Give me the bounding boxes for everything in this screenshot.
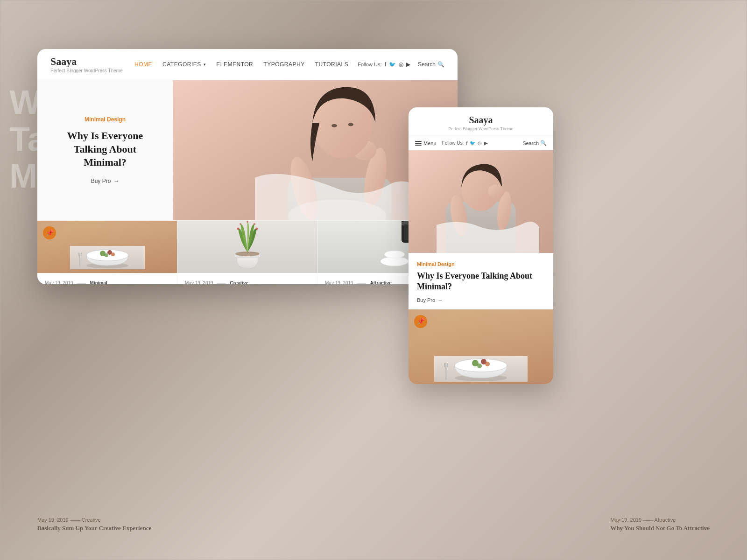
svg-point-23: [237, 228, 239, 230]
search-icon[interactable]: 🔍: [437, 61, 444, 68]
arrow-icon: →: [113, 178, 119, 184]
svg-point-26: [254, 223, 255, 225]
hamburger-icon[interactable]: [415, 141, 422, 146]
mobile-follow-label: Follow Us:: [442, 140, 464, 146]
nav-categories[interactable]: CATEGORIES: [162, 61, 206, 68]
mobile-mockup: Saaya Perfect Blogger WordPress Theme Me…: [409, 107, 553, 384]
mobile-youtube-icon[interactable]: ▶: [484, 140, 488, 146]
instagram-icon[interactable]: ◎: [399, 61, 403, 68]
nav-elementor[interactable]: ELEMENTOR: [216, 61, 253, 68]
mobile-menu-toggle[interactable]: Menu: [415, 140, 437, 146]
desktop-blog-grid: 📌: [37, 220, 458, 284]
mobile-twitter-icon[interactable]: 🐦: [470, 140, 475, 146]
mobile-brand-name: Saaya: [417, 115, 545, 126]
mobile-blog-image: 📌: [409, 309, 553, 384]
svg-point-15: [105, 253, 108, 257]
svg-point-25: [240, 223, 241, 225]
mobile-arrow-icon: →: [437, 297, 443, 303]
hero-buy-button[interactable]: Buy Pro →: [51, 178, 159, 184]
bowl-illustration: [70, 232, 145, 269]
desktop-brand-tagline: Perfect Blogger WordPress Theme: [50, 68, 123, 73]
follow-us-label: Follow Us:: [358, 62, 381, 67]
hero-text-panel: Minimal Design Why Is Everyone Talking A…: [37, 80, 173, 220]
nav-tutorials[interactable]: TUTORIALS: [315, 61, 349, 68]
bg-bottom-card-1: May 19, 2019 —— Creative Basically Sum U…: [37, 517, 151, 532]
blog-post-2: May 19, 2019 —— Creative Basically Sum U…: [177, 221, 317, 284]
mobile-buy-button[interactable]: Buy Pro →: [417, 297, 545, 303]
nav-typography[interactable]: TYPOGRAPHY: [263, 61, 304, 68]
hero-category-label: Minimal Design: [51, 116, 159, 123]
mobile-search-label: Search: [522, 140, 539, 146]
post-2-date: May 19, 2019: [185, 280, 213, 284]
twitter-icon[interactable]: 🐦: [389, 61, 396, 68]
mobile-buy-label: Buy Pro: [417, 297, 435, 303]
post-1-category: Minimal: [90, 280, 107, 284]
desktop-brand-name: Saaya: [50, 56, 123, 68]
search-label: Search: [418, 61, 436, 68]
post-3-category: Attractive: [370, 280, 392, 284]
nav-social: Follow Us: f 🐦 ◎ ▶: [358, 61, 410, 68]
svg-point-60: [485, 362, 490, 366]
blog-post-2-image: [177, 221, 317, 273]
youtube-icon[interactable]: ▶: [406, 61, 410, 68]
desktop-nav-links: HOME CATEGORIES ELEMENTOR TYPOGRAPHY TUT…: [134, 61, 348, 68]
blog-post-1-meta: May 19, 2019 —— Minimal: [37, 280, 177, 284]
mobile-nav-bar: Menu Follow Us: f 🐦 ◎ ▶ Search 🔍: [409, 136, 553, 150]
facebook-icon[interactable]: f: [385, 61, 386, 68]
desktop-navbar: Saaya Perfect Blogger WordPress Theme HO…: [37, 49, 458, 80]
nav-home[interactable]: HOME: [134, 61, 152, 68]
desktop-search[interactable]: Search 🔍: [418, 61, 444, 68]
svg-point-16: [111, 252, 115, 256]
mobile-hero-content: Minimal Design Why Is Everyone Talking A…: [409, 253, 553, 309]
svg-rect-36: [402, 222, 404, 225]
blog-post-2-meta: May 19, 2019 —— Creative: [177, 280, 317, 284]
mobile-social: Follow Us: f 🐦 ◎ ▶: [442, 140, 523, 146]
mobile-bowl-illustration: [434, 340, 528, 382]
pin-badge-1: 📌: [43, 226, 56, 239]
svg-point-24: [255, 228, 258, 230]
svg-point-7: [331, 124, 337, 127]
mobile-header: Saaya Perfect Blogger WordPress Theme: [409, 107, 553, 136]
desktop-hero: Minimal Design Why Is Everyone Talking A…: [37, 80, 458, 220]
buy-btn-label: Buy Pro: [91, 178, 111, 184]
mobile-hero-image: [409, 150, 553, 253]
mobile-hero-category: Minimal Design: [417, 261, 545, 267]
plant-illustration: [224, 221, 271, 271]
svg-point-42: [384, 251, 405, 258]
mobile-hero-title: Why Is Everyone Talking About Minimal?: [417, 271, 545, 293]
svg-point-53: [488, 184, 505, 198]
post-2-category: Creative: [230, 280, 248, 284]
mobile-search[interactable]: Search 🔍: [522, 140, 547, 146]
svg-point-22: [235, 252, 260, 256]
desktop-brand: Saaya Perfect Blogger WordPress Theme: [50, 56, 123, 73]
background-bottom: May 19, 2019 —— Creative Basically Sum U…: [37, 517, 710, 532]
mobile-menu-label: Menu: [423, 140, 437, 146]
svg-point-8: [348, 123, 353, 126]
post-1-date: May 19, 2019: [45, 280, 73, 284]
blog-post-1-image: 📌: [37, 221, 177, 273]
mobile-brand-tagline: Perfect Blogger WordPress Theme: [417, 126, 545, 131]
desktop-mockup: Saaya Perfect Blogger WordPress Theme HO…: [37, 49, 458, 284]
mobile-facebook-icon[interactable]: f: [466, 140, 467, 146]
svg-point-27: [247, 221, 248, 223]
mobile-hero-illustration: [409, 150, 553, 253]
mobile-search-icon[interactable]: 🔍: [540, 140, 547, 146]
hero-title: Why Is Everyone Talking About Minimal?: [51, 129, 159, 169]
post-3-date: May 19, 2019: [325, 280, 353, 284]
svg-point-59: [477, 364, 482, 368]
bg-bottom-card-2: May 19, 2019 —— Attractive Why You Shoul…: [610, 517, 710, 532]
blog-post-1: 📌: [37, 221, 177, 284]
mobile-instagram-icon[interactable]: ◎: [478, 140, 482, 146]
mobile-pin-badge: 📌: [414, 315, 427, 328]
